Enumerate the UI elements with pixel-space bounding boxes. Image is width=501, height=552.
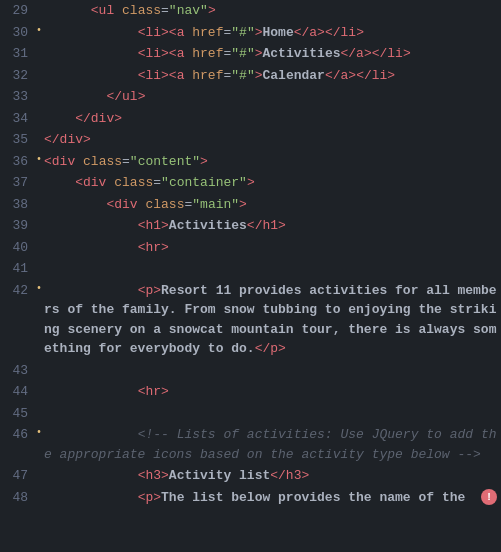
line-modified-45 (36, 404, 44, 419)
line-41: 41 (0, 258, 501, 280)
line-number-46: 46 (0, 425, 36, 445)
line-content-31: <li><a href="#">Activities</a></li> (44, 44, 501, 64)
line-content-30: <li><a href="#">Home</a></li> (44, 23, 501, 43)
line-modified-38 (36, 195, 44, 210)
line-modified-35 (36, 130, 44, 145)
line-32: 32 <li><a href="#">Calendar</a></li> (0, 65, 501, 87)
line-number-43: 43 (0, 361, 36, 381)
line-46: 46 • <!-- Lists of activities: Use JQuer… (0, 424, 501, 465)
line-number-48: 48 (0, 488, 36, 508)
line-modified-39 (36, 216, 44, 231)
line-modified-33 (36, 87, 44, 102)
line-content-37: <div class="container"> (44, 173, 501, 193)
line-38: 38 <div class="main"> (0, 194, 501, 216)
line-dot-42: • (36, 281, 44, 296)
line-number-45: 45 (0, 404, 36, 424)
line-number-32: 32 (0, 66, 36, 86)
line-number-44: 44 (0, 382, 36, 402)
line-modified-47 (36, 466, 44, 481)
code-editor: 29 <ul class="nav"> 30 • <li><a href="#"… (0, 0, 501, 552)
line-number-37: 37 (0, 173, 36, 193)
line-number-31: 31 (0, 44, 36, 64)
line-31: 31 <li><a href="#">Activities</a></li> (0, 43, 501, 65)
line-modified-40 (36, 238, 44, 253)
line-modified-48 (36, 488, 44, 503)
line-number-47: 47 (0, 466, 36, 486)
line-content-47: <h3>Activity list</h3> (44, 466, 501, 486)
line-modified-37 (36, 173, 44, 188)
line-43: 43 (0, 360, 501, 382)
line-number-36: 36 (0, 152, 36, 172)
line-45: 45 (0, 403, 501, 425)
line-number-41: 41 (0, 259, 36, 279)
line-34: 34 </div> (0, 108, 501, 130)
line-modified-32 (36, 66, 44, 81)
line-content-44: <hr> (44, 382, 501, 402)
line-number-40: 40 (0, 238, 36, 258)
line-content-40: <hr> (44, 238, 501, 258)
line-content-38: <div class="main"> (44, 195, 501, 215)
code-lines: 29 <ul class="nav"> 30 • <li><a href="#"… (0, 0, 501, 508)
line-number-33: 33 (0, 87, 36, 107)
line-content-46: <!-- Lists of activities: Use JQuery to … (44, 425, 501, 464)
line-content-34: </div> (44, 109, 501, 129)
line-content-32: <li><a href="#">Calendar</a></li> (44, 66, 501, 86)
line-47: 47 <h3>Activity list</h3> (0, 465, 501, 487)
line-48: 48 <p>The list below provides the name o… (0, 487, 501, 509)
line-dot-36: • (36, 152, 44, 167)
line-36: 36 • <div class="content"> (0, 151, 501, 173)
line-30: 30 • <li><a href="#">Home</a></li> (0, 22, 501, 44)
line-number-35: 35 (0, 130, 36, 150)
error-icon: ! (481, 489, 497, 505)
line-number-39: 39 (0, 216, 36, 236)
line-modified-43 (36, 361, 44, 376)
line-modified-31 (36, 44, 44, 59)
line-modified-34 (36, 109, 44, 124)
line-modified-29 (36, 1, 44, 16)
line-content-33: </ul> (44, 87, 501, 107)
line-content-35: </div> (44, 130, 501, 150)
line-modified-44 (36, 382, 44, 397)
line-42: 42 • <p>Resort 11 provides activities fo… (0, 280, 501, 360)
line-33: 33 </ul> (0, 86, 501, 108)
line-number-30: 30 (0, 23, 36, 43)
line-number-29: 29 (0, 1, 36, 21)
line-number-34: 34 (0, 109, 36, 129)
line-content-36: <div class="content"> (44, 152, 501, 172)
line-content-42: <p>Resort 11 provides activities for all… (44, 281, 501, 359)
line-44: 44 <hr> (0, 381, 501, 403)
line-39: 39 <h1>Activities</h1> (0, 215, 501, 237)
line-40: 40 <hr> (0, 237, 501, 259)
line-37: 37 <div class="container"> (0, 172, 501, 194)
line-dot-46: • (36, 425, 44, 440)
line-35: 35 </div> (0, 129, 501, 151)
line-content-48: <p>The list below provides the name of t… (44, 488, 501, 508)
line-content-39: <h1>Activities</h1> (44, 216, 501, 236)
line-number-42: 42 (0, 281, 36, 301)
line-29: 29 <ul class="nav"> (0, 0, 501, 22)
last-line-wrapper: <p>The list below provides the name of t… (44, 488, 501, 508)
line-modified-41 (36, 259, 44, 274)
line-number-38: 38 (0, 195, 36, 215)
line-content-29: <ul class="nav"> (44, 1, 501, 21)
line-dot-30: • (36, 23, 44, 38)
